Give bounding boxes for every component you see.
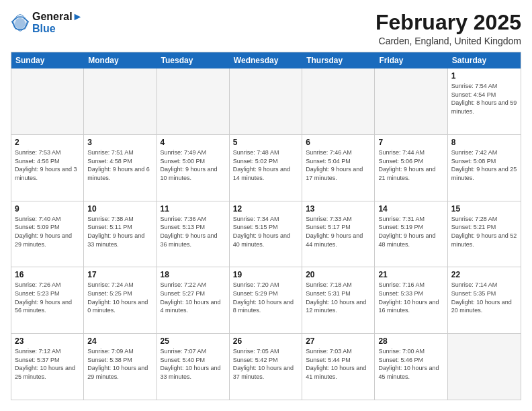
location: Carden, England, United Kingdom [375, 36, 521, 46]
day-cell-4-1: 16Sunrise: 7:26 AM Sunset: 5:23 PM Dayli… [11, 267, 84, 333]
day-cell-3-5: 13Sunrise: 7:33 AM Sunset: 5:17 PM Dayli… [302, 201, 375, 267]
day-cell-2-1: 2Sunrise: 7:53 AM Sunset: 4:56 PM Daylig… [11, 135, 84, 201]
day-number: 8 [451, 138, 517, 147]
day-cell-4-3: 18Sunrise: 7:22 AM Sunset: 5:27 PM Dayli… [157, 267, 230, 333]
calendar-header: Sunday Monday Tuesday Wednesday Thursday… [11, 52, 521, 68]
header-friday: Friday [375, 52, 447, 68]
day-info: Sunrise: 7:00 AM Sunset: 5:46 PM Dayligh… [378, 347, 443, 381]
week-row-5: 23Sunrise: 7:12 AM Sunset: 5:37 PM Dayli… [11, 333, 521, 400]
week-row-4: 16Sunrise: 7:26 AM Sunset: 5:23 PM Dayli… [11, 267, 521, 333]
day-number: 26 [233, 336, 298, 346]
day-cell-1-7: 1Sunrise: 7:54 AM Sunset: 4:54 PM Daylig… [448, 68, 521, 134]
title-block: February 2025 Carden, England, United Ki… [375, 11, 521, 46]
day-number: 21 [378, 270, 443, 279]
day-info: Sunrise: 7:36 AM Sunset: 5:13 PM Dayligh… [161, 215, 226, 248]
day-cell-2-3: 4Sunrise: 7:49 AM Sunset: 5:00 PM Daylig… [157, 135, 230, 201]
day-info: Sunrise: 7:48 AM Sunset: 5:02 PM Dayligh… [233, 148, 298, 182]
day-cell-4-7: 22Sunrise: 7:14 AM Sunset: 5:35 PM Dayli… [448, 267, 521, 333]
page: General► Blue February 2025 Carden, Engl… [0, 0, 532, 411]
day-cell-2-6: 7Sunrise: 7:44 AM Sunset: 5:06 PM Daylig… [375, 135, 447, 201]
day-cell-1-3 [157, 68, 230, 134]
day-number: 15 [451, 204, 517, 214]
week-row-3: 9Sunrise: 7:40 AM Sunset: 5:09 PM Daylig… [11, 201, 521, 267]
day-info: Sunrise: 7:53 AM Sunset: 4:56 PM Dayligh… [15, 148, 80, 182]
day-info: Sunrise: 7:44 AM Sunset: 5:06 PM Dayligh… [378, 148, 443, 182]
day-number: 11 [161, 204, 226, 214]
day-info: Sunrise: 7:51 AM Sunset: 4:58 PM Dayligh… [87, 148, 152, 182]
day-cell-3-4: 12Sunrise: 7:34 AM Sunset: 5:15 PM Dayli… [230, 201, 302, 267]
day-info: Sunrise: 7:28 AM Sunset: 5:21 PM Dayligh… [451, 215, 517, 248]
day-cell-1-1 [11, 68, 84, 134]
day-cell-2-4: 5Sunrise: 7:48 AM Sunset: 5:02 PM Daylig… [230, 135, 302, 201]
day-cell-5-7 [448, 334, 521, 400]
day-cell-2-2: 3Sunrise: 7:51 AM Sunset: 4:58 PM Daylig… [84, 135, 157, 201]
day-info: Sunrise: 7:54 AM Sunset: 4:54 PM Dayligh… [451, 82, 517, 116]
day-cell-2-7: 8Sunrise: 7:42 AM Sunset: 5:08 PM Daylig… [448, 135, 521, 201]
day-cell-5-6: 28Sunrise: 7:00 AM Sunset: 5:46 PM Dayli… [375, 334, 447, 400]
day-cell-4-6: 21Sunrise: 7:16 AM Sunset: 5:33 PM Dayli… [375, 267, 447, 333]
day-info: Sunrise: 7:31 AM Sunset: 5:19 PM Dayligh… [378, 215, 443, 248]
day-number: 27 [306, 336, 371, 346]
day-number: 7 [378, 138, 443, 147]
day-info: Sunrise: 7:20 AM Sunset: 5:29 PM Dayligh… [233, 281, 298, 314]
month-title: February 2025 [375, 11, 521, 34]
day-info: Sunrise: 7:05 AM Sunset: 5:42 PM Dayligh… [233, 347, 298, 381]
header-wednesday: Wednesday [230, 52, 302, 68]
logo-icon [11, 13, 30, 32]
day-cell-2-5: 6Sunrise: 7:46 AM Sunset: 5:04 PM Daylig… [302, 135, 375, 201]
day-cell-4-5: 20Sunrise: 7:18 AM Sunset: 5:31 PM Dayli… [302, 267, 375, 333]
day-number: 17 [87, 270, 152, 279]
day-number: 23 [15, 336, 80, 346]
day-cell-5-1: 23Sunrise: 7:12 AM Sunset: 5:37 PM Dayli… [11, 334, 84, 400]
day-info: Sunrise: 7:46 AM Sunset: 5:04 PM Dayligh… [306, 148, 371, 182]
calendar-body: 1Sunrise: 7:54 AM Sunset: 4:54 PM Daylig… [11, 68, 521, 400]
day-number: 2 [15, 138, 80, 147]
day-cell-5-5: 27Sunrise: 7:03 AM Sunset: 5:44 PM Dayli… [302, 334, 375, 400]
day-info: Sunrise: 7:33 AM Sunset: 5:17 PM Dayligh… [306, 215, 371, 248]
day-info: Sunrise: 7:40 AM Sunset: 5:09 PM Dayligh… [15, 215, 80, 248]
day-cell-4-2: 17Sunrise: 7:24 AM Sunset: 5:25 PM Dayli… [84, 267, 157, 333]
day-info: Sunrise: 7:38 AM Sunset: 5:11 PM Dayligh… [87, 215, 152, 248]
day-number: 24 [87, 336, 152, 346]
day-info: Sunrise: 7:24 AM Sunset: 5:25 PM Dayligh… [87, 281, 152, 314]
day-number: 20 [306, 270, 371, 279]
day-info: Sunrise: 7:09 AM Sunset: 5:38 PM Dayligh… [87, 347, 152, 381]
day-number: 19 [233, 270, 298, 279]
day-number: 9 [15, 204, 80, 214]
day-cell-1-6 [375, 68, 447, 134]
day-cell-5-3: 25Sunrise: 7:07 AM Sunset: 5:40 PM Dayli… [157, 334, 230, 400]
day-info: Sunrise: 7:03 AM Sunset: 5:44 PM Dayligh… [306, 347, 371, 381]
day-info: Sunrise: 7:49 AM Sunset: 5:00 PM Dayligh… [161, 148, 226, 182]
day-cell-1-5 [302, 68, 375, 134]
day-cell-3-3: 11Sunrise: 7:36 AM Sunset: 5:13 PM Dayli… [157, 201, 230, 267]
day-cell-5-2: 24Sunrise: 7:09 AM Sunset: 5:38 PM Dayli… [84, 334, 157, 400]
day-number: 6 [306, 138, 371, 147]
day-info: Sunrise: 7:34 AM Sunset: 5:15 PM Dayligh… [233, 215, 298, 248]
day-cell-3-7: 15Sunrise: 7:28 AM Sunset: 5:21 PM Dayli… [448, 201, 521, 267]
week-row-1: 1Sunrise: 7:54 AM Sunset: 4:54 PM Daylig… [11, 68, 521, 134]
day-number: 3 [87, 138, 152, 147]
week-row-2: 2Sunrise: 7:53 AM Sunset: 4:56 PM Daylig… [11, 134, 521, 201]
day-info: Sunrise: 7:12 AM Sunset: 5:37 PM Dayligh… [15, 347, 80, 381]
day-info: Sunrise: 7:22 AM Sunset: 5:27 PM Dayligh… [161, 281, 226, 314]
day-info: Sunrise: 7:18 AM Sunset: 5:31 PM Dayligh… [306, 281, 371, 314]
header-sunday: Sunday [11, 52, 84, 68]
day-number: 18 [161, 270, 226, 279]
header-thursday: Thursday [302, 52, 375, 68]
day-number: 22 [451, 270, 517, 279]
day-cell-1-4 [230, 68, 302, 134]
day-info: Sunrise: 7:42 AM Sunset: 5:08 PM Dayligh… [451, 148, 517, 182]
day-number: 13 [306, 204, 371, 214]
day-number: 16 [15, 270, 80, 279]
day-number: 14 [378, 204, 443, 214]
day-info: Sunrise: 7:26 AM Sunset: 5:23 PM Dayligh… [15, 281, 80, 314]
logo-text: General► Blue [32, 11, 83, 34]
day-number: 1 [451, 71, 517, 81]
day-number: 10 [87, 204, 152, 214]
day-number: 28 [378, 336, 443, 346]
day-number: 5 [233, 138, 298, 147]
day-number: 4 [161, 138, 226, 147]
header: General► Blue February 2025 Carden, Engl… [11, 11, 521, 46]
calendar: Sunday Monday Tuesday Wednesday Thursday… [11, 52, 521, 400]
day-cell-4-4: 19Sunrise: 7:20 AM Sunset: 5:29 PM Dayli… [230, 267, 302, 333]
